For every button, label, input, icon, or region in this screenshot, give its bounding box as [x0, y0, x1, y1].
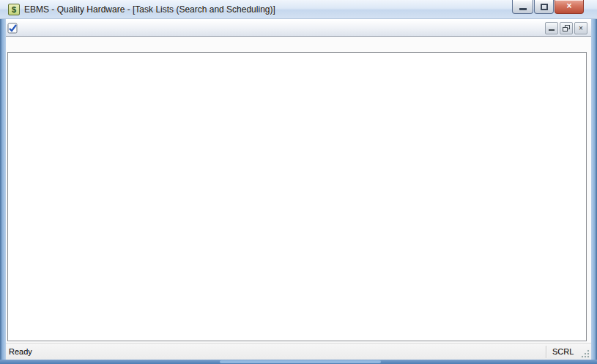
- window-border-right: [591, 19, 597, 360]
- mdi-close-button[interactable]: ×: [574, 22, 587, 34]
- mdi-system-menu-icon[interactable]: [7, 23, 18, 34]
- mdi-minimize-icon: [549, 29, 555, 31]
- maximize-icon: [541, 4, 548, 10]
- window-border-bottom: [0, 360, 597, 364]
- title-bar: $ EBMS - Quality Hardware - [Task Lists …: [0, 0, 597, 19]
- status-bar: Ready SCRL: [6, 343, 591, 360]
- scroll-lock-indicator: SCRL: [552, 347, 574, 356]
- close-button[interactable]: ×: [555, 0, 584, 14]
- window-border-left: [0, 19, 6, 360]
- mdi-restore-button[interactable]: [560, 22, 573, 34]
- menu-bar: ×: [1, 20, 596, 37]
- resize-grip-icon[interactable]: [581, 349, 590, 358]
- status-message: Ready: [9, 347, 32, 356]
- maximize-button[interactable]: [534, 0, 554, 14]
- mdi-minimize-button[interactable]: [545, 22, 558, 34]
- minimize-button[interactable]: [512, 0, 533, 14]
- minimize-icon: [519, 8, 527, 10]
- status-separator: [546, 346, 547, 358]
- mdi-window-buttons: ×: [545, 22, 587, 34]
- tab-page-schedule: [7, 52, 587, 341]
- app-icon: $: [8, 4, 20, 15]
- app-window: $ EBMS - Quality Hardware - [Task Lists …: [0, 0, 597, 364]
- window-title: EBMS - Quality Hardware - [Task Lists (S…: [24, 4, 275, 15]
